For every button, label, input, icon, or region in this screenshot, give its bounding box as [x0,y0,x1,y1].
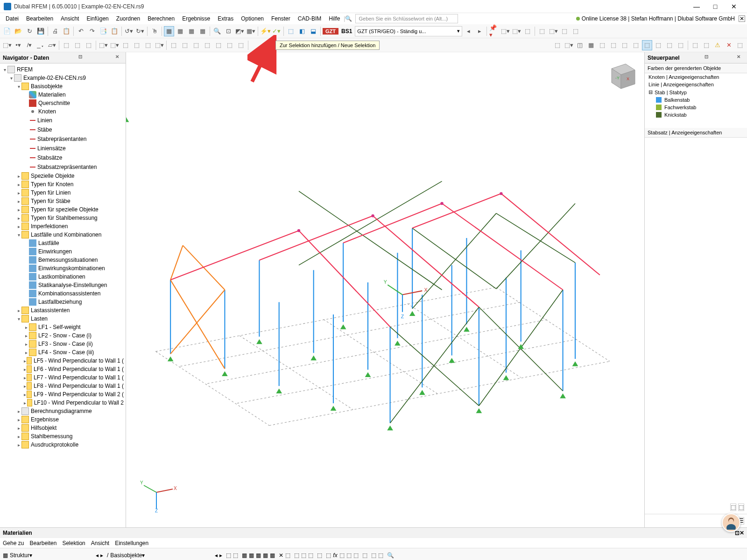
query-button[interactable]: ⬚ [571,26,581,36]
tool-trim[interactable]: ⬚ [202,40,212,50]
table-combo-basis[interactable]: Basisobjekte▾ [110,552,213,559]
tree-item[interactable]: Kombinationsassistenten [0,289,126,298]
aux-close-icon[interactable]: ✕ [739,15,745,22]
snap-button[interactable]: ⬚ [552,40,563,50]
tree-folder[interactable]: ▸Imperfektionen [0,222,126,231]
tree-folder[interactable]: ▸Typen für Stäbe [0,197,126,205]
tool-fn-a[interactable]: ⬚ [317,552,322,559]
tool-node[interactable]: •▾ [13,40,23,50]
iso-button[interactable]: ⬚ [690,40,700,50]
steuer-row-stabhead[interactable]: ⊟Stab | Stabtyp [645,88,747,96]
navigator-close-icon[interactable]: ✕ [115,54,123,62]
clip-button[interactable]: ⬚ [701,40,712,50]
filter-on-button[interactable]: ⬚ [642,40,652,50]
tree-folder[interactable]: ▸Ausdruckprotokolle [0,441,126,449]
tool-break[interactable]: ⬚ [225,40,235,50]
combo-next[interactable]: ▸ [474,26,485,36]
tree-item[interactable]: Lastkombinationen [0,273,126,281]
tree-stabsatz[interactable]: Stabsätze [0,153,126,162]
minimize-button[interactable]: — [687,0,706,13]
view-cube-button[interactable]: ◫ [575,40,585,50]
steuer-btn-a[interactable]: ⬚ [730,504,736,511]
tree-folder[interactable]: ▸Hilfsobjekt [0,424,126,432]
redo-button[interactable]: ↷ [87,26,97,36]
close-button[interactable]: ✕ [725,0,743,13]
show-button[interactable]: ⬚ [664,40,675,50]
tree-load[interactable]: ▸LF1 - Self-weight [0,323,126,331]
tree-folder[interactable]: ▸Typen für Stahlbemessung [0,214,126,222]
tool-import[interactable]: ⬚ [285,552,290,559]
tool-redo-button[interactable]: ↻▾ [135,26,145,36]
load-display-button[interactable]: ⬚ [597,40,607,50]
tool-join[interactable]: ⬚ [213,40,224,50]
tree-item[interactable]: Lastfallbeziehung [0,298,126,306]
tool-fn-c[interactable]: ⬚ [339,552,345,559]
tool-grid-b[interactable]: ▦ [249,552,254,559]
tree-knoten[interactable]: Knoten [0,107,126,116]
nav-prev-icon[interactable]: ◂ [96,552,99,559]
tree-linien[interactable]: Linien [0,116,126,125]
tree-folder[interactable]: ▸Spezielle Objekte [0,172,126,180]
undo-button[interactable]: ↶ [76,26,86,36]
guide-button[interactable]: ⬚▾ [564,40,574,50]
print-button[interactable]: 🖨 [50,26,60,36]
results-panel[interactable]: ◧ [297,26,307,36]
filter-c-button[interactable]: ⬚ [522,26,533,36]
steuer-btn-b[interactable]: ⬚ [738,504,744,511]
tool-surface[interactable]: ▱▾ [47,40,57,50]
tree-load[interactable]: ▸LF8 - Wind Perpendicular to Wall 1 ( [0,382,126,390]
view-persp-button[interactable]: ◩▾ [234,26,245,36]
menu-berechnen[interactable]: Berechnen [144,14,178,23]
nav2-next-icon[interactable]: ▸ [219,552,222,559]
tree-load[interactable]: ▸LF3 - Snow - Case (ii) [0,340,126,348]
tree-load[interactable]: ▸LF5 - Wind Perpendicular to Wall 1 ( [0,357,126,365]
steuer-row-linie[interactable]: Linie | Anzeigeeigenschaften [645,81,747,88]
view-shaded-button[interactable]: ▦ [186,26,197,36]
model-canvas[interactable]: X Y Z [126,52,644,527]
assistant-avatar[interactable] [722,513,740,532]
print-preview-button[interactable]: 📋 [61,26,71,36]
maximize-button[interactable]: □ [706,0,725,13]
tree-folder[interactable]: ▸Ergebnisse [0,415,126,424]
navigator-tree[interactable]: ▾RFEM ▾Example-02-EN-CEN.rs9 ▾Basisobjek… [0,63,126,527]
tool-copy[interactable]: ⬚▾ [98,40,108,50]
open-button[interactable]: 📂 [13,26,23,36]
tree-staebe[interactable]: Stäbe [0,125,126,134]
tree-load[interactable]: ▸LF4 - Snow - Case (iii) [0,348,126,357]
tree-folder[interactable]: ▸Typen für Knoten [0,180,126,189]
steuer-stab-row[interactable]: Fachwerkstab [645,104,747,111]
tool-move[interactable]: ⬚▾ [109,40,120,50]
steuer-row-knoten[interactable]: Knoten | Anzeigeeigenschaften [645,73,747,81]
pin-button[interactable]: 📌▾ [489,26,499,36]
menu-extras[interactable]: Extras [214,14,237,23]
tool-x2[interactable]: ⬚ [301,552,306,559]
tree-folder[interactable]: ▸Typen für spezielle Objekte [0,205,126,214]
load-case-button[interactable]: ⬓ [308,26,318,36]
hide-button[interactable]: ⬚ [653,40,663,50]
filter-a-button[interactable]: ⬚▾ [500,26,510,36]
tool-rotate[interactable]: ⬚ [120,40,131,50]
tree-item[interactable]: Einwirkungen [0,247,126,256]
view-cube[interactable]: -Y X [602,57,640,94]
navigator-pin-icon[interactable]: ⊡ [78,54,86,62]
menu-zuordnen[interactable]: Zuordnen [113,14,144,23]
tool-fn-d[interactable]: ⬚ [346,552,352,559]
view-fit-button[interactable]: ⊡ [223,26,233,36]
extra-button[interactable]: ⬚ [735,40,745,50]
tree-folder[interactable]: ▸Berechnungsdiagramme [0,407,126,415]
tree-stabsatzrep[interactable]: Stabsatzrepräsentanten [0,162,126,172]
tree-item[interactable]: Lastfälle [0,239,126,247]
tmenu-ansicht[interactable]: Ansicht [91,540,109,546]
tree-stabrep[interactable]: Stabrepräsentanten [0,134,126,144]
steuer-pin-icon[interactable]: ⊡ [705,54,712,62]
group-button[interactable]: ⬚ [676,40,686,50]
combo-prev[interactable]: ◂ [463,26,473,36]
model-check-button[interactable]: ⬚ [537,26,547,36]
tool-scale[interactable]: ⬚ [143,40,153,50]
save-button[interactable]: 💾 [35,26,46,36]
tree-folder[interactable]: ▸Typen für Linien [0,189,126,197]
tree-item[interactable]: Statikanalyse-Einstellungen [0,281,126,289]
menu-hilfe[interactable]: Hilfe [325,14,344,23]
menu-bearbeiten[interactable]: Bearbeiten [22,14,57,23]
filter-b-button[interactable]: ⬚▾ [511,26,521,36]
